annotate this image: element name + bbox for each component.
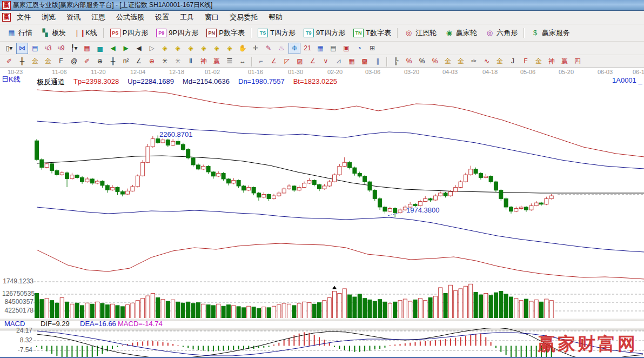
pattern-overlay-tool-icon[interactable]: ⋈ bbox=[16, 43, 28, 54]
calendar-21-tool-icon[interactable]: 21 bbox=[301, 43, 313, 54]
info-note-tool-icon[interactable]: ▤ bbox=[29, 43, 41, 54]
zoom-diamond-left-icon[interactable]: ◈ bbox=[159, 43, 171, 54]
bars-9-tool-icon[interactable]: ч9 bbox=[55, 43, 67, 54]
ying-angle-tool-icon[interactable]: 赢 bbox=[559, 56, 571, 67]
t-square-button[interactable]: TST四方形 bbox=[254, 26, 299, 39]
zoom-diamond-full-icon[interactable]: ◈ bbox=[224, 43, 236, 54]
n-squared-tool-icon[interactable]: n² bbox=[120, 56, 132, 67]
angle-ruler-tool-icon[interactable]: ∠ bbox=[133, 56, 145, 67]
9t-square-button[interactable]: T99T四方形 bbox=[300, 26, 349, 39]
grid-box-tool-1-icon[interactable]: ▦ bbox=[346, 56, 358, 67]
zoom-diamond-expand-icon[interactable]: ◈ bbox=[211, 43, 223, 54]
gold-gate-tool-2-icon[interactable]: 金 bbox=[42, 56, 54, 67]
compass-circle-tool-icon[interactable]: ⊕ bbox=[94, 56, 106, 67]
menu-文件[interactable]: 文件 bbox=[12, 11, 36, 24]
wave-w-tool-icon[interactable]: ∿ bbox=[481, 56, 493, 67]
menu-公式选股[interactable]: 公式选股 bbox=[111, 11, 149, 24]
zoom-diamond-horizontal-icon[interactable]: ◈ bbox=[185, 43, 197, 54]
hexagon-button[interactable]: ◎六角形 bbox=[481, 26, 521, 39]
corner-box-tool-icon[interactable]: ⌐ bbox=[255, 56, 267, 67]
zoom-diamond-right-icon[interactable]: ◈ bbox=[172, 43, 184, 54]
pen-knife-tool-icon[interactable]: ✐ bbox=[3, 56, 15, 67]
menu-设置[interactable]: 设置 bbox=[150, 11, 174, 24]
menu-浏览[interactable]: 浏览 bbox=[37, 11, 61, 24]
menu-帮助[interactable]: 帮助 bbox=[264, 11, 287, 24]
f-angle-tool-icon[interactable]: F bbox=[520, 56, 532, 67]
market-quotes-button[interactable]: ▦行情 bbox=[3, 26, 36, 39]
gold-circle-tool-icon[interactable]: 金 bbox=[442, 56, 454, 67]
shen-bars-tool-icon[interactable]: 神 bbox=[198, 56, 210, 67]
ying-bars-tool-icon[interactable]: 赢 bbox=[211, 56, 223, 67]
data-refresh-tool-icon[interactable]: ◔ bbox=[353, 43, 365, 54]
ruler-123-tool-icon[interactable]: ☰ bbox=[224, 56, 236, 67]
p-number-table-button[interactable]: PNP数字表 bbox=[203, 26, 249, 39]
menu-江恩[interactable]: 江恩 bbox=[86, 11, 110, 24]
ink-brush-tool-icon[interactable]: ✑ bbox=[468, 56, 480, 67]
shen-angle-tool-icon[interactable]: 神 bbox=[546, 56, 558, 67]
v-dotted-tool-icon[interactable]: ∨ bbox=[320, 56, 332, 67]
rocket-pen-tool-icon[interactable]: ✐ bbox=[81, 56, 93, 67]
statement-tool-icon[interactable]: ▤ bbox=[327, 43, 339, 54]
gold-angle-tool-icon[interactable]: 金 bbox=[533, 56, 545, 67]
hatch-box-tool-icon[interactable]: ▨ bbox=[294, 56, 306, 67]
box-fan-tool-icon[interactable]: ◸ bbox=[281, 56, 293, 67]
p-square-button[interactable]: PSP四方形 bbox=[106, 26, 152, 39]
percent-slash-tool-icon[interactable]: % bbox=[403, 56, 415, 67]
nav-next-icon[interactable]: ▷ bbox=[146, 43, 158, 54]
gann-grid-tool-icon[interactable]: ▦ bbox=[81, 43, 93, 54]
bars-3-tool-icon[interactable]: ч3 bbox=[42, 43, 54, 54]
9p-square-button[interactable]: P99P四方形 bbox=[152, 26, 202, 39]
pen-marker-tool-icon[interactable]: ✎ bbox=[263, 43, 274, 54]
percent-line-tool-icon[interactable]: % bbox=[429, 56, 441, 67]
f-bars-tool-icon[interactable]: F bbox=[55, 56, 67, 67]
gold-gate-tool-1-icon[interactable]: 金 bbox=[29, 56, 41, 67]
title-bar[interactable]: 赢 赢家江恩专业版[赢家内部服务平台] - [上证指数 SH1A0001-167… bbox=[0, 0, 644, 11]
j-angle-tool-icon[interactable]: J bbox=[507, 56, 519, 67]
spiral-tool-icon[interactable]: @ bbox=[68, 56, 80, 67]
menu-工具[interactable]: 工具 bbox=[175, 11, 199, 24]
winner-wheel-button[interactable]: ◉赢家轮 bbox=[441, 26, 481, 39]
sector-blocks-button[interactable]: ▚板块 bbox=[37, 26, 70, 39]
gold-bars-tool-icon[interactable]: 金 bbox=[455, 56, 467, 67]
pan-hand-tool-icon[interactable]: ✋ bbox=[237, 43, 249, 54]
market-quotes-icon: ▦ bbox=[7, 29, 16, 37]
volume-pane[interactable] bbox=[0, 280, 644, 321]
t-number-table-button[interactable]: TNT数字表 bbox=[350, 26, 395, 39]
winner-service-button[interactable]: $赢家服务 bbox=[527, 26, 574, 39]
zoom-diamond-compress-icon[interactable]: ◈ bbox=[198, 43, 210, 54]
l-bars-tool-icon[interactable]: ╠ bbox=[390, 56, 402, 67]
spectrum-bars-tool-icon[interactable]: ▅ bbox=[94, 43, 106, 54]
fence-plain-tool-icon[interactable]: ╫ bbox=[107, 56, 119, 67]
gann-fence-tool-icon[interactable]: ╫ bbox=[16, 56, 28, 67]
tri-line-tool-icon[interactable]: ⊿ bbox=[333, 56, 345, 67]
menu-资讯[interactable]: 资讯 bbox=[62, 11, 85, 24]
si-angle-tool-icon[interactable]: 四 bbox=[572, 56, 583, 67]
fan-lines-tool-icon[interactable]: ∠ bbox=[268, 56, 280, 67]
nav-prev-icon[interactable]: ◀ bbox=[133, 43, 145, 54]
gold-line-tool-icon[interactable]: 金 bbox=[494, 56, 506, 67]
grid-box-tool-2-icon[interactable]: ▩ bbox=[359, 56, 371, 67]
save-tool-icon[interactable]: ▣ bbox=[340, 43, 352, 54]
angle-lines-tool-icon[interactable]: ∠ bbox=[307, 56, 319, 67]
order-tool-icon[interactable]: ⊞ bbox=[366, 43, 378, 54]
nav-last-icon[interactable]: ▶ bbox=[120, 43, 132, 54]
analyzer-tool-icon[interactable]: ❉ bbox=[289, 43, 300, 54]
candle-style-dropdown-icon[interactable]: ▯▾ bbox=[3, 43, 15, 54]
thin-candle-dropdown-icon[interactable]: ╿▾ bbox=[68, 43, 80, 54]
menu-窗口[interactable]: 窗口 bbox=[200, 11, 224, 24]
nav-first-icon[interactable]: ◀ bbox=[107, 43, 119, 54]
menu-交易委托[interactable]: 交易委托 bbox=[225, 11, 263, 24]
dotted-star-box-tool-icon[interactable]: ✳ bbox=[172, 56, 184, 67]
target-circle-tool-icon[interactable]: ⊕ bbox=[146, 56, 158, 67]
calculator-tool-icon[interactable]: ▦ bbox=[314, 43, 326, 54]
star-web-tool-icon[interactable]: ✳ bbox=[159, 56, 171, 67]
slash-lines-tool-icon[interactable]: ∥ bbox=[372, 56, 384, 67]
main-kline-chart[interactable] bbox=[0, 76, 644, 280]
k-marks-tool-icon[interactable]: Ⅱ bbox=[185, 56, 197, 67]
percent-tool-icon[interactable]: % bbox=[416, 56, 428, 67]
kline-button[interactable]: ❘❙K线 bbox=[70, 26, 101, 39]
stamp-tool-icon[interactable]: ♨ bbox=[276, 43, 287, 54]
crosshair-tool-icon[interactable]: ✛ bbox=[250, 43, 261, 54]
h-arrow-tool-icon[interactable]: ↔ bbox=[237, 56, 249, 67]
gann-wheel-button[interactable]: ◎江恩轮 bbox=[400, 26, 440, 39]
